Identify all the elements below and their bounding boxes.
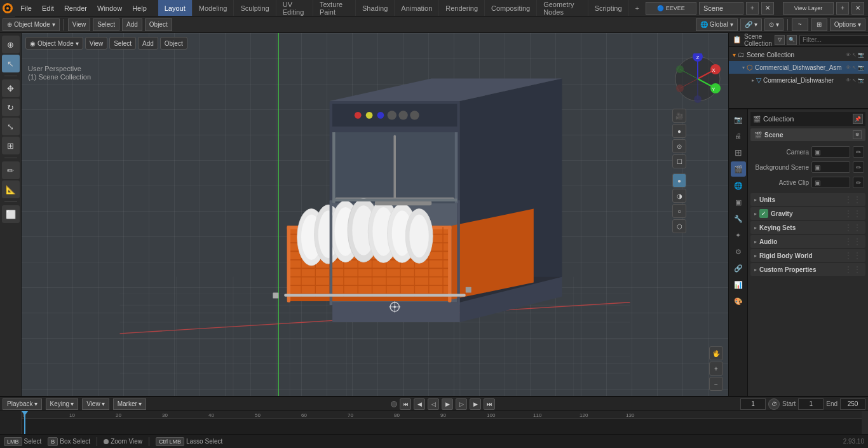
viewport-pan-btn[interactable]: 🖐 [709, 346, 723, 360]
scene-section-options[interactable]: ⚙ [853, 130, 862, 139]
bg-scene-add-btn[interactable]: ✏ [853, 161, 864, 173]
fps-indicator[interactable]: ⏱ [768, 398, 780, 410]
camera-value[interactable]: ▣ [811, 146, 850, 158]
viewport[interactable]: ◉ Object Mode ▾ View Select Add Object U… [22, 33, 728, 396]
audio-sync-btn[interactable] [391, 401, 397, 407]
tool-cursor[interactable]: ⊕ [2, 36, 20, 53]
timeline-view-menu[interactable]: View ▾ [82, 398, 109, 410]
select-menu[interactable]: Select [93, 18, 119, 31]
asm-vis-icon[interactable]: 👁 [846, 65, 851, 71]
viewport-view-btn[interactable]: View [85, 37, 108, 50]
units-section-header[interactable]: ▸ Units ⋮⋮ [750, 193, 865, 206]
prop-pin-btn[interactable]: 📌 [853, 114, 863, 124]
tool-select[interactable]: ↖ [2, 55, 20, 72]
view-layer-add[interactable]: + [836, 2, 849, 15]
outliner-row-asm[interactable]: ▾ ⬡ Commercial_Dishwasher_Asm 👁 ↖ 📷 [729, 61, 868, 74]
tool-transform[interactable]: ⊞ [2, 137, 20, 154]
prop-btn-modifiers[interactable]: 🔧 [731, 211, 746, 226]
sc-vis-icon[interactable]: 👁 [846, 52, 851, 58]
clip-add-btn[interactable]: ✏ [853, 177, 864, 188]
engine-selector[interactable]: 🔵 EEVEE [646, 2, 696, 15]
camera-perspective-btn[interactable]: 🎥 [672, 109, 686, 123]
keyframe-area[interactable] [22, 419, 862, 434]
tab-sculpting[interactable]: Sculpting [234, 0, 276, 16]
gravity-section-header[interactable]: ▸ ✓ Gravity ⋮⋮ [750, 207, 865, 220]
shading-solid-btn[interactable]: ● [672, 173, 686, 187]
snap-btn[interactable]: 🔗 ▾ [740, 18, 762, 31]
scene-props-header[interactable]: 🎬 Scene ⚙ [750, 128, 865, 141]
shading-material-btn[interactable]: ◑ [672, 189, 686, 203]
viewport-zoom-out-btn[interactable]: − [709, 377, 723, 391]
timeline-playback-menu[interactable]: Playback ▾ [3, 398, 42, 410]
gravity-checkbox[interactable]: ✓ [759, 209, 768, 218]
proportional-edit-btn[interactable]: ⊙ ▾ [764, 18, 783, 31]
menu-file[interactable]: File [15, 0, 37, 16]
viewport-overlay-btn[interactable]: ⊙ [672, 139, 686, 153]
mesh-render-icon[interactable]: 📷 [858, 78, 864, 83]
next-frame-btn[interactable]: ▷ [456, 398, 467, 410]
outliner-row-scene-collection[interactable]: ▾ 🗂 Scene Collection 👁 ↖ 📷 [729, 48, 868, 61]
tab-geometry-nodes[interactable]: Geometry Nodes [537, 0, 588, 16]
rigid-body-section-header[interactable]: ▸ Rigid Body World ⋮⋮ [750, 249, 865, 262]
outliner-row-mesh[interactable]: ▸ ▽ Commercial_Dishwasher 👁 ↖ 📷 [729, 74, 868, 86]
object-mode-dropdown[interactable]: ◉ Object Mode ▾ [25, 37, 83, 50]
viewport-add-btn[interactable]: Add [138, 37, 158, 50]
outliner-search-btn[interactable]: 🔍 [787, 35, 797, 45]
viewport-xray-btn[interactable]: ☐ [672, 154, 686, 168]
menu-edit[interactable]: Edit [37, 0, 59, 16]
tool-measure[interactable]: 📐 [2, 180, 20, 198]
asm-render-icon[interactable]: 📷 [858, 65, 864, 71]
view-layer-selector[interactable]: View Layer [783, 2, 834, 15]
tab-layout[interactable]: Layout [158, 0, 193, 16]
active-clip-value[interactable]: ▣ [811, 177, 850, 188]
prop-btn-particles[interactable]: ✦ [731, 227, 746, 243]
tab-rendering[interactable]: Rendering [439, 0, 485, 16]
menu-render[interactable]: Render [59, 0, 92, 16]
background-scene-value[interactable]: ▣ [811, 161, 850, 173]
timeline-ruler[interactable]: 0 10 20 30 40 50 60 70 80 90 100 110 120… [22, 411, 862, 434]
shading-rendered-btn[interactable]: ○ [672, 204, 686, 218]
timeline-keying-menu[interactable]: Keying ▾ [46, 398, 79, 410]
scene-delete-btn[interactable]: ✕ [761, 2, 774, 15]
prev-keyframe-btn[interactable]: ◀ [414, 398, 425, 410]
prop-btn-constraints[interactable]: 🔗 [731, 261, 746, 276]
tool-add-cube[interactable]: ⬜ [2, 205, 20, 223]
prop-btn-object[interactable]: ▣ [731, 194, 746, 210]
prop-btn-render[interactable]: 📷 [731, 112, 746, 127]
mesh-select-icon[interactable]: ↖ [852, 78, 857, 83]
tab-uv-editing[interactable]: UV Editing [276, 0, 313, 16]
timeline-marker-menu[interactable]: Marker ▾ [113, 398, 146, 410]
start-frame-input[interactable] [798, 398, 824, 410]
tab-texture-paint[interactable]: Texture Paint [313, 0, 356, 16]
object-menu[interactable]: Object [145, 18, 172, 31]
outliner-filter-btn[interactable]: ▽ [775, 35, 785, 45]
end-frame-input[interactable] [840, 398, 865, 410]
audio-section-header[interactable]: ▸ Audio ⋮⋮ [750, 235, 865, 248]
axis-gizmo[interactable]: X Y Z [672, 53, 723, 104]
options-btn[interactable]: Options ▾ [830, 18, 865, 31]
scene-add-btn[interactable]: + [746, 2, 759, 15]
prop-btn-output[interactable]: 🖨 [731, 128, 746, 144]
prop-btn-world[interactable]: 🌐 [731, 178, 746, 193]
prop-btn-data[interactable]: 📊 [731, 277, 746, 292]
tab-add[interactable]: + [629, 0, 646, 16]
gizmo-btn[interactable]: ⊞ [811, 18, 827, 31]
view-menu[interactable]: View [68, 18, 91, 31]
add-menu[interactable]: Add [122, 18, 142, 31]
scene-selector[interactable] [699, 2, 743, 15]
mesh-vis-icon[interactable]: 👁 [846, 78, 851, 83]
play-btn[interactable]: ▶ [442, 398, 453, 410]
tab-scripting[interactable]: Scripting [588, 0, 629, 16]
viewport-shading-btn[interactable]: ● [672, 124, 686, 138]
menu-help[interactable]: Help [127, 0, 152, 16]
transform-pivot-btn[interactable]: ⊕ Object Mode ▾ [3, 18, 60, 31]
view-layer-delete[interactable]: ✕ [851, 2, 864, 15]
prop-btn-physics[interactable]: ⚙ [731, 244, 746, 259]
tab-shading[interactable]: Shading [356, 0, 395, 16]
camera-add-btn[interactable]: ✏ [853, 146, 864, 158]
menu-window[interactable]: Window [92, 0, 127, 16]
prev-frame-btn[interactable]: ◁ [428, 398, 439, 410]
sc-select-icon[interactable]: ↖ [852, 52, 857, 58]
keying-sets-section-header[interactable]: ▸ Keying Sets ⋮⋮ [750, 221, 865, 234]
outliner-search[interactable] [799, 35, 868, 45]
